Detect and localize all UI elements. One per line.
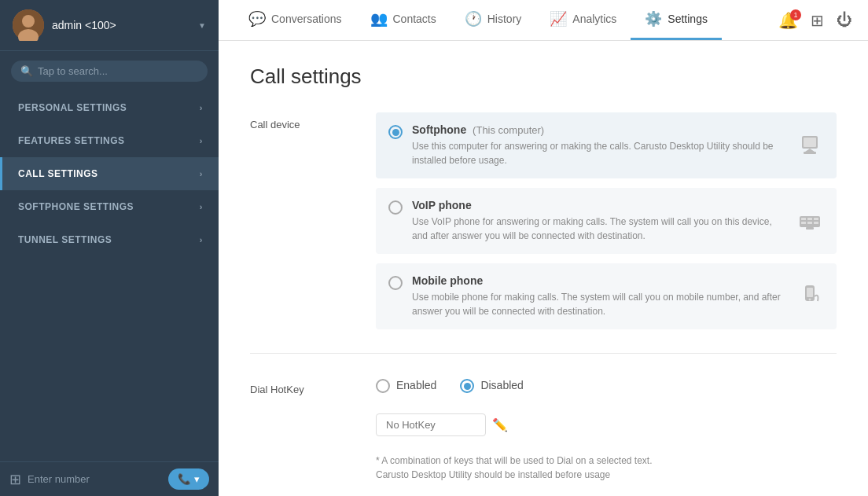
call-device-section: Call device Softphone (This computer) Us… xyxy=(250,112,837,354)
sidebar-item-features[interactable]: FEATURES SETTINGS › xyxy=(0,124,219,157)
chevron-right-icon: › xyxy=(200,169,203,178)
nav-item-settings[interactable]: ⚙️ Settings xyxy=(631,0,722,40)
softphone-title: Softphone (This computer) xyxy=(412,123,786,136)
mobile-radio[interactable] xyxy=(388,276,403,290)
softphone-icon xyxy=(796,131,824,160)
mobile-option[interactable]: Mobile phone Use mobile phone for making… xyxy=(376,263,837,329)
sidebar-item-personal[interactable]: PERSONAL SETTINGS › xyxy=(0,91,219,124)
svg-rect-13 xyxy=(814,222,818,224)
mobile-title: Mobile phone xyxy=(412,274,786,287)
nav-item-history[interactable]: 🕐 History xyxy=(451,0,536,40)
search-box: 🔍 xyxy=(11,61,208,82)
voip-icon xyxy=(796,207,824,235)
voip-option[interactable]: VoIP phone Use VoIP phone for answering … xyxy=(376,188,837,254)
voip-radio[interactable] xyxy=(388,200,403,215)
call-device-label: Call device xyxy=(250,112,344,329)
dial-button[interactable]: 📞 ▾ xyxy=(168,468,209,490)
svg-marker-5 xyxy=(805,149,815,152)
main-area: 💬 Conversations 👥 Contacts 🕐 History 📈 A… xyxy=(219,0,868,496)
edit-hotkey-button[interactable]: ✏️ xyxy=(492,417,508,432)
settings-icon: ⚙️ xyxy=(645,10,662,28)
svg-rect-4 xyxy=(804,138,816,147)
hotkey-label: Dial HotKey xyxy=(250,377,344,482)
disabled-radio[interactable] xyxy=(460,379,474,393)
dial-dropdown-arrow: ▾ xyxy=(194,473,200,485)
phone-input[interactable] xyxy=(28,473,162,485)
bottom-bar: ⊞ 📞 ▾ xyxy=(0,461,219,496)
voip-title: VoIP phone xyxy=(412,199,786,211)
enabled-radio[interactable] xyxy=(376,379,390,393)
nav-item-analytics[interactable]: 📈 Analytics xyxy=(535,0,631,40)
sidebar-nav: PERSONAL SETTINGS › FEATURES SETTINGS › … xyxy=(0,91,219,256)
hotkey-section: Dial HotKey Enabled Disabled ✏️ xyxy=(250,377,837,496)
svg-rect-12 xyxy=(807,222,812,224)
call-device-options: Softphone (This computer) Use this compu… xyxy=(376,112,837,329)
svg-point-17 xyxy=(809,299,811,301)
softphone-desc: Use this computer for answering or makin… xyxy=(412,139,786,167)
conversations-icon: 💬 xyxy=(248,10,266,28)
softphone-subtitle: (This computer) xyxy=(473,124,544,136)
svg-rect-10 xyxy=(814,218,818,220)
softphone-radio[interactable] xyxy=(388,125,403,139)
nav-item-conversations[interactable]: 💬 Conversations xyxy=(234,0,356,40)
search-icon: 🔍 xyxy=(20,65,33,77)
avatar xyxy=(13,9,44,41)
mobile-icon xyxy=(796,282,824,310)
sidebar-item-softphone[interactable]: SOFTPHONE SETTINGS › xyxy=(0,190,219,223)
grid-icon[interactable]: ⊞ xyxy=(9,471,21,488)
user-name: admin <100> xyxy=(52,19,195,31)
mobile-desc: Use mobile phone for making calls. The s… xyxy=(412,290,786,318)
sidebar-header: admin <100> ▼ xyxy=(0,0,219,51)
history-icon: 🕐 xyxy=(465,10,482,28)
svg-rect-11 xyxy=(801,222,806,224)
hotkey-radio-group: Enabled Disabled xyxy=(376,377,837,393)
notification-badge: 1 xyxy=(790,9,801,20)
softphone-option[interactable]: Softphone (This computer) Use this compu… xyxy=(376,112,837,178)
top-nav: 💬 Conversations 👥 Contacts 🕐 History 📈 A… xyxy=(219,0,868,41)
user-dropdown-arrow[interactable]: ▼ xyxy=(198,21,206,30)
hotkey-input[interactable] xyxy=(376,413,486,436)
power-button[interactable]: ⏻ xyxy=(837,11,852,29)
chevron-right-icon: › xyxy=(200,235,203,244)
hotkey-note: * A combination of keys that will be use… xyxy=(376,454,837,482)
svg-rect-16 xyxy=(807,288,813,297)
sidebar: admin <100> ▼ 🔍 PERSONAL SETTINGS › FEAT… xyxy=(0,0,219,496)
svg-rect-9 xyxy=(807,218,812,220)
hotkey-input-row: ✏️ xyxy=(376,413,837,436)
sidebar-item-call[interactable]: CALL SETTINGS › xyxy=(0,157,219,190)
chevron-right-icon: › xyxy=(200,136,203,145)
phone-icon: 📞 xyxy=(178,473,191,485)
disabled-option[interactable]: Disabled xyxy=(460,377,523,393)
sidebar-item-tunnel[interactable]: TUNNEL SETTINGS › xyxy=(0,223,219,256)
notification-button[interactable]: 🔔 1 xyxy=(778,11,798,30)
chevron-right-icon: › xyxy=(200,202,203,211)
svg-rect-8 xyxy=(801,218,806,220)
content-area: Call settings Call device Softphone (Thi… xyxy=(219,41,868,496)
chevron-right-icon: › xyxy=(200,103,203,112)
contacts-icon: 👥 xyxy=(370,10,388,28)
enabled-option[interactable]: Enabled xyxy=(376,377,436,393)
search-input[interactable] xyxy=(38,65,198,77)
page-title: Call settings xyxy=(250,64,837,89)
hotkey-content: Enabled Disabled ✏️ * A combination of k… xyxy=(376,377,837,482)
svg-rect-6 xyxy=(804,152,816,154)
top-nav-right: 🔔 1 ⊞ ⏻ xyxy=(778,11,852,30)
voip-desc: Use VoIP phone for answering or making c… xyxy=(412,215,786,243)
grid-apps-button[interactable]: ⊞ xyxy=(811,11,824,30)
nav-item-contacts[interactable]: 👥 Contacts xyxy=(356,0,451,40)
analytics-icon: 📈 xyxy=(550,10,567,28)
svg-point-1 xyxy=(22,15,35,28)
svg-rect-14 xyxy=(806,227,814,230)
